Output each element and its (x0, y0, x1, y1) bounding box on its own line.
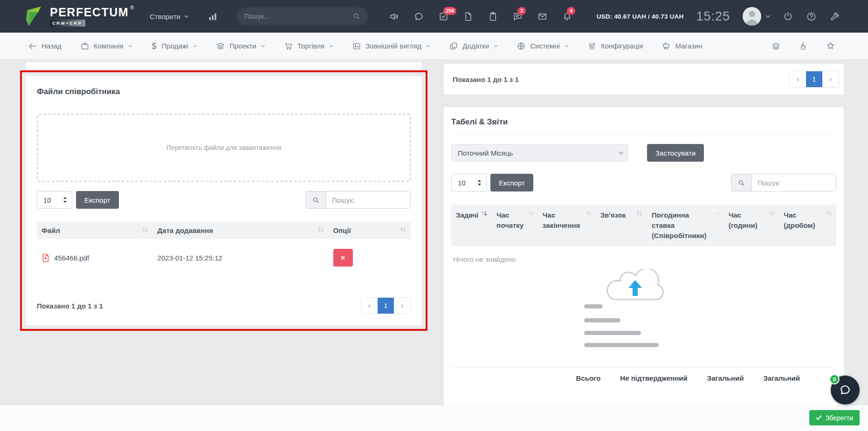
export-button[interactable]: Експорт (490, 174, 533, 192)
chat-icon[interactable] (413, 11, 424, 22)
sliders-icon (587, 41, 597, 51)
menu-company[interactable]: Компанія (80, 41, 132, 51)
check-icon (816, 415, 822, 420)
apply-button[interactable]: Застосувати (647, 144, 704, 162)
next-page-button[interactable]: › (394, 298, 410, 314)
sort-icon[interactable] (318, 226, 324, 233)
clipboard-icon[interactable] (488, 11, 498, 22)
image-icon (352, 41, 361, 51)
menu-trade[interactable]: Торгівля (284, 41, 333, 51)
sort-icon[interactable] (636, 210, 642, 217)
column-header[interactable]: Час (дробом) (784, 210, 824, 231)
menu-addons[interactable]: Додатки (449, 41, 498, 51)
reports-search-input[interactable] (752, 174, 836, 191)
file-date: 2023-01-12 15:25:12 (153, 239, 329, 277)
layers-icon (216, 41, 225, 51)
page-button[interactable]: 1 (378, 298, 394, 314)
column-header[interactable]: Час початку (496, 210, 526, 231)
tasks-icon[interactable]: 256 (438, 11, 449, 22)
files-table: Файл Дата додавання Опції 4564 (37, 222, 411, 277)
files-table-search (305, 191, 411, 209)
arrow-left-icon (28, 41, 37, 51)
sort-icon[interactable] (827, 210, 832, 217)
volume-icon[interactable] (389, 11, 400, 22)
comments-icon[interactable]: 3 (512, 11, 523, 22)
flame-icon[interactable] (799, 41, 808, 51)
files-search-input[interactable] (326, 192, 410, 208)
sort-icon[interactable] (481, 210, 487, 217)
chat-badge: 0 (829, 374, 840, 384)
chevron-down-icon (765, 15, 770, 18)
column-header[interactable]: Опції (333, 226, 351, 234)
chat-widget[interactable]: 0 (831, 376, 860, 404)
create-label: Створити (150, 13, 180, 21)
sort-icon[interactable] (142, 226, 148, 233)
spinner-icon (477, 179, 482, 186)
chat-bubble-icon (839, 383, 852, 397)
reports-table-search (731, 174, 836, 192)
menu-appearance[interactable]: Зовнішній вигляд (352, 41, 430, 51)
clock: 15:25 (696, 9, 730, 24)
period-select[interactable]: Поточний Місяць (451, 144, 628, 162)
document-icon[interactable] (463, 11, 474, 22)
menu-store[interactable]: Магазин (661, 41, 702, 51)
sort-icon[interactable] (586, 210, 591, 217)
column-header[interactable]: Файл (41, 226, 60, 234)
table-summary: Показано 1 до 1 з 1 (37, 302, 103, 310)
dashboard-icon[interactable] (207, 11, 218, 22)
sort-icon[interactable] (400, 226, 406, 233)
files-panel: Файли співробітника Перетягніть файли дл… (26, 76, 422, 325)
global-search[interactable] (237, 7, 368, 25)
prev-page-button[interactable]: ‹ (790, 71, 806, 87)
comments-badge: 3 (517, 7, 526, 15)
stack-icon[interactable] (771, 41, 781, 51)
spinner-icon (63, 197, 67, 203)
menu-system[interactable]: Системні (517, 41, 569, 51)
file-dropzone[interactable]: Перетягніть файли для завантаження (37, 114, 411, 182)
user-menu[interactable] (743, 7, 770, 26)
logout-icon[interactable] (783, 11, 793, 22)
page-size-select[interactable]: 10 (451, 174, 487, 192)
help-icon[interactable] (806, 11, 817, 22)
column-header[interactable]: Час закінчення (543, 210, 583, 231)
main-content: Файли співробітника Перетягніть файли дл… (0, 60, 868, 405)
sort-icon[interactable] (529, 210, 533, 217)
sort-icon[interactable] (769, 210, 774, 217)
tools-icon[interactable] (829, 11, 840, 22)
column-header[interactable]: Погодинна ставка (Співробітники) (652, 210, 713, 240)
footer-bar: Зберегти (0, 405, 868, 431)
column-header[interactable]: Дата додавання (158, 226, 213, 234)
star-icon[interactable] (826, 41, 835, 51)
file-link[interactable]: 456466.pdf (54, 254, 89, 262)
globe-icon (517, 41, 526, 51)
back-button[interactable]: Назад (28, 41, 62, 51)
menu-sales[interactable]: $ Продажі (151, 42, 198, 50)
perfectum-logo-icon (24, 6, 44, 27)
save-button[interactable]: Зберегти (809, 410, 860, 425)
column-header[interactable]: Час (години) (729, 210, 766, 231)
registered-mark: ® (130, 5, 134, 10)
empty-state-text: Нічого не знайдено (451, 246, 836, 266)
sort-icon[interactable] (716, 210, 719, 217)
mail-icon[interactable] (537, 11, 548, 22)
reports-panel-title: Табелі & Звіти (451, 117, 836, 127)
shop-cart-icon (661, 41, 671, 51)
table-row: 456466.pdf 2023-01-12 15:25:12 × (37, 239, 411, 277)
reports-panel: Табелі & Звіти Поточний Місяць Застосува… (444, 107, 844, 405)
page-size-select[interactable]: 10 (37, 191, 72, 209)
export-button[interactable]: Експорт (76, 191, 119, 209)
page-button[interactable]: 1 (806, 71, 822, 87)
prev-page-button[interactable]: ‹ (361, 298, 378, 314)
create-menu[interactable]: Створити (150, 13, 189, 21)
notifications-icon[interactable]: 4 (562, 11, 572, 22)
menu-projects[interactable]: Проекти (216, 41, 265, 51)
list-panel-footer: Показано 1 до 1 з 1 ‹ 1 › (444, 64, 844, 95)
menu-configuration[interactable]: Конфігурація (587, 41, 643, 51)
global-search-input[interactable] (244, 13, 348, 20)
brand-logo[interactable]: PERFECTUM ® CRM+ERP (24, 6, 134, 27)
delete-file-button[interactable]: × (333, 249, 353, 267)
column-header[interactable]: Задачі (456, 210, 478, 220)
column-header[interactable]: Зв'язок (600, 210, 626, 220)
cart-icon (284, 41, 293, 51)
next-page-button[interactable]: › (822, 71, 839, 87)
